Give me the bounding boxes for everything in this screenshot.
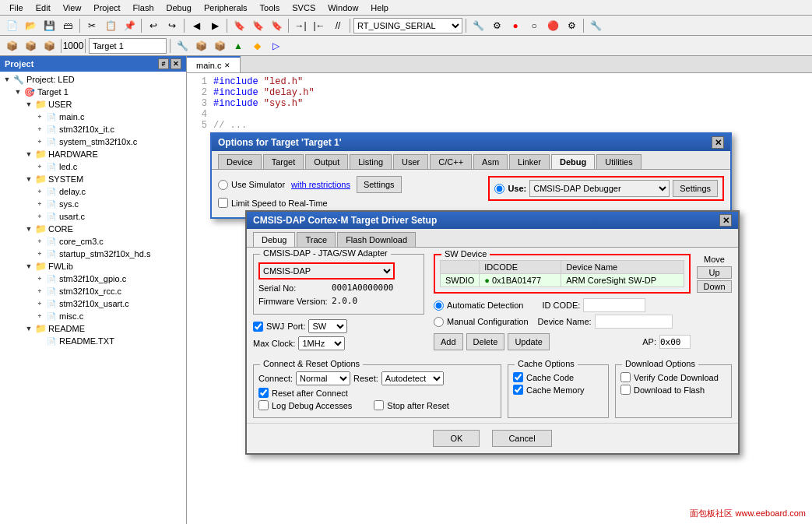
expand-misc: + xyxy=(34,311,45,322)
menu-tools[interactable]: Tools xyxy=(254,2,286,14)
code-line-4: 4 xyxy=(190,109,809,120)
tree-core-folder[interactable]: ▼ 📁 CORE xyxy=(2,223,185,235)
rebuild-btn[interactable]: ○ xyxy=(526,17,543,34)
tree-delay-c[interactable]: + 📄 delay.c xyxy=(2,185,185,198)
tree-readme-folder[interactable]: ▼ 📁 README xyxy=(2,322,185,335)
line-content-5: // ... xyxy=(213,120,247,131)
sep3 xyxy=(184,19,185,33)
code-editor[interactable]: 1 #include "led.h" 2 #include "delay.h" … xyxy=(187,73,812,524)
menu-view[interactable]: View xyxy=(57,2,88,14)
copy-btn[interactable]: 📋 xyxy=(102,17,119,34)
menu-project[interactable]: Project xyxy=(87,2,126,14)
tree-target[interactable]: ▼ 🎯 Target 1 xyxy=(2,86,185,98)
t2-btn7[interactable]: 📦 xyxy=(211,37,228,55)
nav-fwd-btn[interactable]: ▶ xyxy=(206,17,223,34)
t2-btn9[interactable]: ◆ xyxy=(248,37,265,55)
expand-corecm3: + xyxy=(34,236,45,247)
tree-misc[interactable]: + 📄 misc.c xyxy=(2,310,185,322)
tree-rcc[interactable]: + 📄 stm32f10x_rcc.c xyxy=(2,285,185,297)
tree-system[interactable]: + 📄 system_stm32f10x.c xyxy=(2,135,185,148)
tab-main-c[interactable]: main.c ✕ xyxy=(187,56,241,72)
save-all-btn[interactable]: 🗃 xyxy=(59,17,76,34)
tree-usartlib[interactable]: + 📄 stm32f10x_usart.c xyxy=(2,297,185,310)
tab-close-icon[interactable]: ✕ xyxy=(224,62,230,69)
code-area: main.c ✕ 1 #include "led.h" 2 #include "… xyxy=(187,56,812,524)
tree-sys-c[interactable]: + 📄 sys.c xyxy=(2,198,185,210)
sep2 xyxy=(141,19,142,33)
t2-btn10[interactable]: ▷ xyxy=(267,37,284,55)
tree-main-c[interactable]: + 📄 main.c xyxy=(2,111,185,123)
expand-gpio: + xyxy=(34,273,45,284)
file-gpio-label: stm32f10x_gpio.c xyxy=(59,274,126,283)
line-num-5: 5 xyxy=(190,120,213,131)
tree-gpio[interactable]: + 📄 stm32f10x_gpio.c xyxy=(2,273,185,285)
menu-flash[interactable]: Flash xyxy=(127,2,160,14)
file-sys-icon: 📄 xyxy=(45,199,58,209)
undo-btn[interactable]: ↩ xyxy=(145,17,162,34)
menu-help[interactable]: Help xyxy=(364,2,395,14)
menu-file[interactable]: File xyxy=(3,2,30,14)
menu-edit[interactable]: Edit xyxy=(30,2,57,14)
flash-btn[interactable]: 🔴 xyxy=(544,17,561,34)
settings3-btn[interactable]: ⚙ xyxy=(563,17,580,34)
paste-btn[interactable]: 📌 xyxy=(121,17,138,34)
expand-project: ▼ xyxy=(2,74,12,85)
file-led-label: led.c xyxy=(59,162,77,171)
tree-led-c[interactable]: + 📄 led.c xyxy=(2,160,185,173)
tree-system-folder[interactable]: ▼ 📁 SYSTEM xyxy=(2,173,185,185)
bookmark3-btn[interactable]: 🔖 xyxy=(268,17,285,34)
menu-svcs[interactable]: SVCS xyxy=(286,2,322,14)
sep10 xyxy=(85,39,86,53)
new-file-btn[interactable]: 📄 xyxy=(3,17,20,34)
save-btn[interactable]: 💾 xyxy=(40,17,58,34)
tree-fwlib-folder[interactable]: ▼ 📁 FWLib xyxy=(2,260,185,273)
tree-hardware-folder[interactable]: ▼ 📁 HARDWARE xyxy=(2,148,185,160)
t2-btn3[interactable]: 📦 xyxy=(40,37,58,55)
target-input[interactable] xyxy=(89,38,167,54)
tree-user-folder[interactable]: ▼ 📁 USER xyxy=(2,98,185,111)
t2-btn6[interactable]: 📦 xyxy=(192,37,209,55)
tree-stm32-it[interactable]: + 📄 stm32f10x_it.c xyxy=(2,123,185,135)
nav-back-btn[interactable]: ◀ xyxy=(188,17,205,34)
menu-peripherals[interactable]: Peripherals xyxy=(198,2,254,14)
expand-hardware: ▼ xyxy=(23,149,34,160)
tree-startup[interactable]: + 📄 startup_stm32f10x_hd.s xyxy=(2,248,185,260)
project-header-icons: # ✕ xyxy=(158,58,181,69)
project-pin-btn[interactable]: # xyxy=(158,58,169,69)
bookmark2-btn[interactable]: 🔖 xyxy=(249,17,266,34)
outdent-btn[interactable]: |← xyxy=(311,17,328,34)
bookmark-btn[interactable]: 🔖 xyxy=(230,17,248,34)
project-close-btn[interactable]: ✕ xyxy=(170,58,181,69)
indent-btn[interactable]: →| xyxy=(292,17,309,34)
file-sys-label: sys.c xyxy=(59,199,79,209)
dbg1-btn[interactable]: 🔧 xyxy=(469,17,487,34)
file-gpio-icon: 📄 xyxy=(45,273,58,284)
file-startup-label: startup_stm32f10x_hd.s xyxy=(59,249,150,258)
toolbar-2: 📦 📦 📦 1000 🔧 📦 📦 ▲ ◆ ▷ xyxy=(0,36,812,56)
t2-btn2[interactable]: 📦 xyxy=(22,37,39,55)
t2-btn8[interactable]: ▲ xyxy=(230,37,247,55)
file-delay-label: delay.c xyxy=(59,187,86,196)
comment-btn[interactable]: // xyxy=(329,17,346,34)
menu-debug[interactable]: Debug xyxy=(160,2,198,14)
config-select[interactable]: RT_USING_SERIAL xyxy=(353,18,462,33)
cut-btn[interactable]: ✂ xyxy=(83,17,100,34)
dbg2-btn[interactable]: ⚙ xyxy=(488,17,505,34)
redo-btn[interactable]: ↪ xyxy=(163,17,181,34)
misc-btn[interactable]: 🔧 xyxy=(587,17,604,34)
tree-usart-c[interactable]: + 📄 usart.c xyxy=(2,210,185,223)
tree-readmetxt[interactable]: 📄 README.TXT xyxy=(2,335,185,347)
build-btn[interactable]: ● xyxy=(507,17,524,34)
t2-btn1[interactable]: 📦 xyxy=(3,37,20,55)
tab-main-label: main.c xyxy=(196,61,221,70)
t2-btn4[interactable]: 1000 xyxy=(65,37,82,55)
menu-window[interactable]: Window xyxy=(322,2,364,14)
sep4 xyxy=(227,19,227,33)
target-label: Target 1 xyxy=(37,87,69,97)
t2-target-settings[interactable]: 🔧 xyxy=(174,37,191,55)
project-header: Project # ✕ xyxy=(0,56,186,72)
tree-project[interactable]: ▼ 🔧 Project: LED xyxy=(2,73,185,86)
open-btn[interactable]: 📂 xyxy=(22,17,39,34)
tree-corecm3[interactable]: + 📄 core_cm3.c xyxy=(2,235,185,248)
expand-target: ▼ xyxy=(12,86,23,97)
